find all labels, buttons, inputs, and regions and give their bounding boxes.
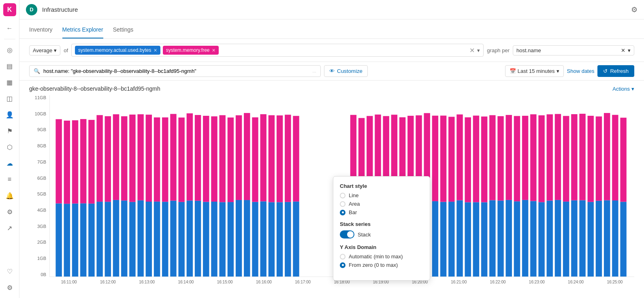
svg-rect-10 [96,202,102,277]
host-name-tag[interactable]: host.name ✕ ▾ [513,45,634,55]
svg-rect-51 [260,114,266,201]
svg-rect-25 [154,117,160,202]
sidebar-icon-apm[interactable]: ⚑ [2,123,17,138]
sidebar-icon-person[interactable]: 👤 [2,107,17,122]
sidebar: K ← ◎ ▤ ▦ ◫ 👤 ⚑ ⬡ ☁ ≡ 🔔 ⚙ ↗ ♡ ⚙ [0,0,19,298]
filter-input-wrapper: 🔍 … [29,65,321,77]
svg-rect-34 [195,201,201,277]
svg-rect-119 [588,116,594,202]
refresh-button[interactable]: ↺ Refresh [597,65,634,77]
svg-rect-48 [252,202,258,277]
time-selector[interactable]: 📅 Last 15 minutes ▾ [505,65,564,77]
sidebar-icon-logs[interactable]: ≡ [2,172,17,187]
filter-input[interactable] [43,68,309,74]
actions-label: Actions [612,86,630,92]
radio-bar[interactable]: Bar [340,209,423,215]
chart-title: gke-observability-8--observability-8--bc… [29,85,160,92]
y-label-0b: 0B [41,272,46,277]
time-dropdown-arrow[interactable]: ▾ [557,68,559,74]
svg-rect-42 [228,202,234,277]
radio-area[interactable]: Area [340,201,423,207]
svg-rect-111 [555,114,561,200]
svg-rect-102 [522,200,528,277]
svg-rect-50 [260,201,266,277]
sidebar-icon-alerts[interactable]: 🔔 [2,188,17,203]
svg-rect-56 [285,202,291,277]
aggregation-select[interactable]: Average ▾ [29,45,60,55]
sidebar-icon-grid[interactable]: ▦ [2,75,17,89]
customize-button[interactable]: 👁 Customize [324,65,368,77]
svg-rect-121 [596,117,602,201]
refresh-icon: ↺ [603,68,608,74]
svg-rect-44 [236,200,242,277]
sidebar-icon-infrastructure[interactable]: ☁ [2,156,17,170]
metric-tag-used-bytes[interactable]: system.memory.actual.used.bytes × [75,46,160,55]
stack-toggle[interactable] [340,230,354,238]
chart-wrapper: 11GB 10GB 9GB 8GB 7GB 6GB 5GB 4GB 3GB 2G… [29,95,634,287]
sidebar-icon-heart[interactable]: ♡ [2,264,17,279]
actions-chevron: ▾ [631,86,634,92]
sidebar-icon-share[interactable]: ↗ [2,221,17,235]
radio-line-circle [340,193,345,198]
svg-rect-39 [211,116,217,202]
svg-rect-31 [178,117,184,202]
x-label-3: 16:14:00 [166,280,205,284]
stack-series-section: Stack series Stack [340,221,423,238]
sidebar-icon-integrations[interactable]: ⬡ [2,140,17,154]
metric-used-bytes-label: system.memory.actual.used.bytes [78,47,151,53]
topbar-settings-icon[interactable]: ⚙ [631,5,638,14]
radio-from-zero-label: From zero (0 to max) [349,262,398,268]
svg-rect-84 [448,202,454,277]
metrics-dropdown-arrow[interactable]: ▾ [477,47,480,53]
svg-rect-55 [277,115,283,202]
metrics-clear-button[interactable]: ✕ [469,47,475,54]
topbar-title: Infrastructure [42,6,78,13]
radio-from-zero[interactable]: From zero (0 to max) [340,262,423,268]
host-clear-icon[interactable]: ✕ [621,47,625,53]
refresh-label: Refresh [610,68,629,74]
sidebar-icon-back[interactable]: ← [2,21,17,36]
filter-input-icon: … [312,69,316,73]
svg-rect-43 [228,117,234,202]
metric-tag-free[interactable]: system.memory.free × [163,46,219,55]
svg-rect-5 [72,120,78,204]
svg-rect-52 [269,202,275,277]
svg-rect-93 [481,117,487,202]
x-label-12: 16:23:00 [517,280,556,284]
svg-rect-116 [579,200,585,277]
sidebar-icon-settings[interactable]: ⚙ [2,280,17,295]
y-label-2gb: 2GB [37,240,46,245]
svg-rect-23 [146,115,152,202]
svg-rect-0 [55,203,62,277]
sidebar-icon-layout[interactable]: ◫ [2,91,17,106]
svg-rect-41 [219,115,225,202]
svg-rect-27 [162,117,168,202]
sidebar-icon-dev[interactable]: ⚙ [2,204,17,219]
svg-rect-123 [604,113,610,200]
svg-rect-81 [432,116,438,201]
host-dropdown-arrow[interactable]: ▾ [628,47,631,53]
svg-rect-35 [195,115,201,201]
metric-used-bytes-close[interactable]: × [154,47,157,53]
sidebar-icon-compass[interactable]: ◎ [2,43,17,57]
search-icon: 🔍 [34,68,40,74]
metric-free-close[interactable]: × [212,47,215,53]
svg-rect-120 [596,201,602,277]
sidebar-icon-chart[interactable]: ▤ [2,59,17,73]
x-label-14: 16:25:00 [595,280,634,284]
svg-rect-11 [96,115,102,202]
aggregation-label: Average [33,47,52,53]
actions-button[interactable]: Actions ▾ [612,86,634,92]
tab-inventory[interactable]: Inventory [29,21,53,38]
radio-line[interactable]: Line [340,192,423,198]
svg-rect-101 [514,116,520,201]
svg-rect-47 [244,113,250,200]
radio-automatic[interactable]: Automatic (min to max) [340,253,423,260]
metrics-area: system.memory.actual.used.bytes × system… [71,44,484,57]
show-dates-button[interactable]: Show dates [567,68,595,74]
tab-metrics-explorer[interactable]: Metrics Explorer [62,21,103,38]
svg-rect-105 [530,114,536,201]
x-label-11: 16:22:00 [478,280,517,284]
y-label-8gb: 8GB [37,143,46,148]
tab-settings[interactable]: Settings [113,21,134,38]
